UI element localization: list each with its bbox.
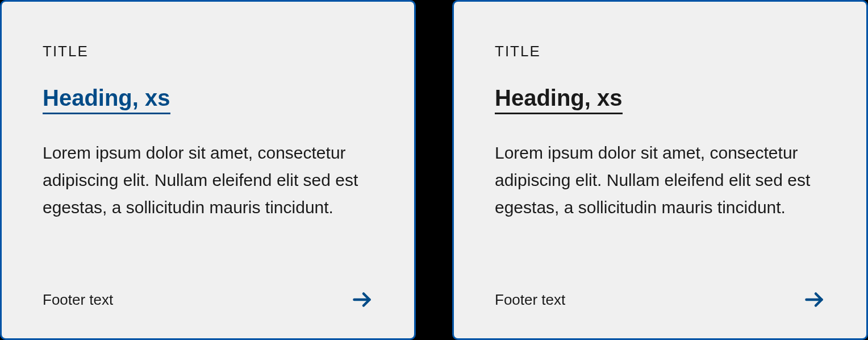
card-heading-link[interactable]: Heading, xs (43, 85, 170, 114)
card-overline-title: TITLE (43, 43, 373, 60)
card-body-text: Lorem ipsum dolor sit amet, consectetur … (43, 139, 373, 268)
card-overline-title: TITLE (495, 43, 825, 60)
card-heading: Heading, xs (495, 85, 623, 114)
card-footer: Footer text (495, 288, 825, 311)
arrow-right-icon[interactable] (803, 288, 825, 311)
card-selected[interactable]: TITLE Heading, xs Lorem ipsum dolor sit … (0, 0, 416, 340)
card-footer-text: Footer text (43, 291, 113, 309)
card-default[interactable]: TITLE Heading, xs Lorem ipsum dolor sit … (452, 0, 868, 340)
arrow-right-icon[interactable] (350, 288, 373, 311)
card-body-text: Lorem ipsum dolor sit amet, consectetur … (495, 139, 825, 268)
card-footer: Footer text (43, 288, 373, 311)
card-footer-text: Footer text (495, 291, 565, 309)
